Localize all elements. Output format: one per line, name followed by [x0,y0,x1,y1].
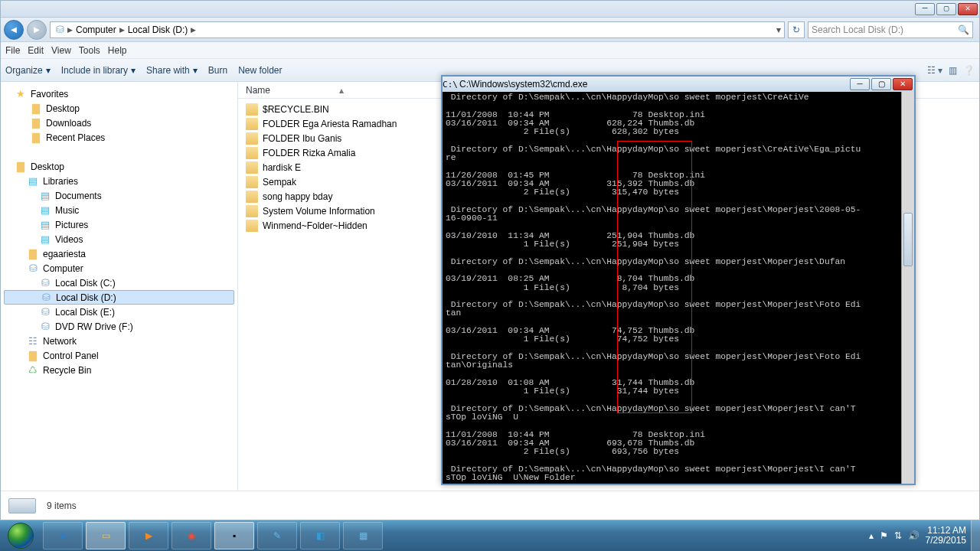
folder-icon [246,176,258,188]
task-cmd[interactable]: ▪ [214,522,254,549]
tray-network-icon[interactable]: ⇅ [894,530,902,541]
folder-icon: ▇ [30,117,42,129]
cmd-titlebar[interactable]: C:\ C:\Windows\system32\cmd.exe ─ ▢ ✕ [443,75,914,92]
cmd-window[interactable]: C:\ C:\Windows\system32\cmd.exe ─ ▢ ✕ Di… [441,75,916,485]
tree-item[interactable]: ⛁Local Disk (D:) [4,290,234,305]
menu-help[interactable]: Help [108,45,127,56]
tree-item[interactable] [4,145,234,159]
forward-button[interactable]: ► [27,20,47,40]
tree-item[interactable]: ⛁Local Disk (C:) [4,276,234,290]
tree-item[interactable]: ⛁Local Disk (E:) [4,305,234,319]
help-icon[interactable]: ❔ [963,65,975,76]
task-explorer[interactable]: ▭ [86,522,126,549]
tree-item-label: Desktop [46,103,80,114]
tree-item-label: Downloads [46,118,91,129]
taskbar-clock[interactable]: 11:12 AM 7/29/2015 [926,526,966,546]
task-app1[interactable]: ◧ [300,522,340,549]
show-desktop-button[interactable] [971,520,980,551]
cmd-minimize-button[interactable]: ─ [850,78,870,90]
menu-tools[interactable]: Tools [79,45,100,56]
status-text: 9 items [47,500,77,511]
tray-volume-icon[interactable]: 🔊 [908,530,920,541]
new-folder-button[interactable]: New folder [238,65,282,76]
search-icon: 🔍 [958,24,969,35]
tree-item-label: Videos [55,234,83,245]
tree-item-label: Local Disk (E:) [55,307,115,318]
menu-view[interactable]: View [51,45,71,56]
cmd-scrollbar-thumb[interactable] [903,213,913,266]
chevron-right-icon: ▶ [191,26,196,34]
view-options-icon[interactable]: ☷ ▾ [927,65,942,76]
minimize-button[interactable]: ─ [915,3,935,15]
tree-item[interactable]: ▇Control Panel [4,348,234,363]
cmd-close-button[interactable]: ✕ [893,78,913,90]
recy-icon: ♺ [27,364,39,377]
file-name: FOLDER Ega Ariesta Ramadhan [263,119,397,129]
tray-flag-icon[interactable]: ⚑ [880,530,888,541]
folder-icon: ▇ [27,248,39,260]
tree-item[interactable]: ♺Recycle Bin [4,363,234,377]
task-app2[interactable]: ▦ [343,522,383,549]
preview-pane-icon[interactable]: ▥ [949,65,957,76]
task-chrome[interactable]: ◉ [172,522,211,549]
search-input[interactable]: Search Local Disk (D:) 🔍 [808,21,973,38]
tree-item[interactable]: ▇Downloads [4,116,234,130]
tree-item-label: Control Panel [43,350,99,361]
tree-item[interactable]: ★Favorites [4,86,234,101]
cmd-title-text: C:\Windows\system32\cmd.exe [459,79,587,90]
folder-icon [246,220,258,232]
burn-button[interactable]: Burn [208,65,227,76]
back-button[interactable]: ◄ [4,20,24,40]
tree-item-label: Documents [55,191,102,201]
tree-item[interactable]: ▤Pictures [4,217,234,232]
breadcrumb[interactable]: ⛁ ▶ Computer ▶ Local Disk (D:) ▶ ▾ [50,21,785,38]
share-with-menu[interactable]: Share with ▾ [146,65,198,76]
navigation-tree[interactable]: ★Favorites▇Desktop▇Downloads▇Recent Plac… [1,82,238,491]
tree-item[interactable]: ▤Music [4,203,234,217]
tree-item[interactable]: ▤Documents [4,188,234,203]
tree-item[interactable]: ▇egaariesta [4,246,234,261]
cmd-output[interactable]: Directory of D:\Sempak\...\cn\HappydayMo… [443,92,914,484]
tree-item[interactable]: ▇Recent Places [4,130,234,145]
organize-menu[interactable]: Organize ▾ [5,65,51,76]
system-tray[interactable]: ▴ ⚑ ⇅ 🔊 11:12 AM 7/29/2015 [864,520,971,551]
folder-icon: ▇ [27,350,39,362]
menu-file[interactable]: File [5,45,20,56]
windows-orb-icon [8,523,34,549]
folder-icon [246,147,258,159]
cmd-maximize-button[interactable]: ▢ [871,78,891,90]
app1-icon: ◧ [316,530,325,541]
breadcrumb-item[interactable]: Local Disk (D:) [126,24,190,35]
file-name: song happy bday [263,191,332,202]
explorer-icon: ▭ [102,530,110,541]
task-paint[interactable]: ✎ [257,522,297,549]
folder-icon [246,161,258,174]
close-button[interactable]: ✕ [958,3,978,15]
start-button[interactable] [0,520,41,551]
nav-row: ◄ ► ⛁ ▶ Computer ▶ Local Disk (D:) ▶ ▾ ↻… [1,18,979,42]
task-ie[interactable]: e [43,522,83,549]
tree-item-label: Pictures [55,220,88,230]
drive-icon [8,498,36,514]
tree-item-label: Desktop [31,161,64,172]
tree-item[interactable]: ☷Network [4,334,234,348]
maximize-button[interactable]: ▢ [936,3,956,15]
menu-edit[interactable]: Edit [28,45,44,56]
folder-icon [246,132,258,145]
lib-icon: ▤ [39,204,51,217]
tree-item[interactable]: ⛁Computer [4,261,234,276]
tree-item-label: Network [43,336,77,347]
chevron-down-icon[interactable]: ▾ [776,24,781,35]
drive-icon: ⛁ [40,292,52,304]
tree-item[interactable]: ▤Videos [4,232,234,246]
refresh-button[interactable]: ↻ [788,21,805,38]
tree-item[interactable]: ▇Desktop [4,101,234,116]
task-wmp[interactable]: ▶ [129,522,168,549]
file-name: FOLDER Ibu Ganis [263,133,341,144]
tree-item[interactable]: ▇Desktop [4,159,234,174]
tree-item[interactable]: ▤Libraries [4,174,234,188]
include-library-menu[interactable]: Include in library ▾ [61,65,136,76]
tree-item[interactable]: ⛁DVD RW Drive (F:) [4,319,234,334]
tray-chevron-icon[interactable]: ▴ [869,530,874,541]
breadcrumb-item[interactable]: Computer [74,24,118,35]
